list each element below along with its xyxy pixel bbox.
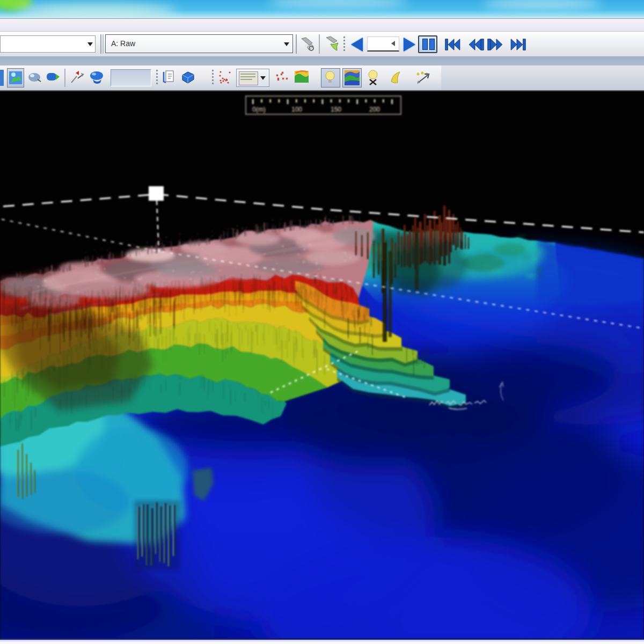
- svg-text:100: 100: [291, 106, 302, 113]
- svg-text:200: 200: [369, 106, 380, 113]
- svg-text:0(m): 0(m): [252, 106, 266, 113]
- svg-text:150: 150: [331, 106, 341, 113]
